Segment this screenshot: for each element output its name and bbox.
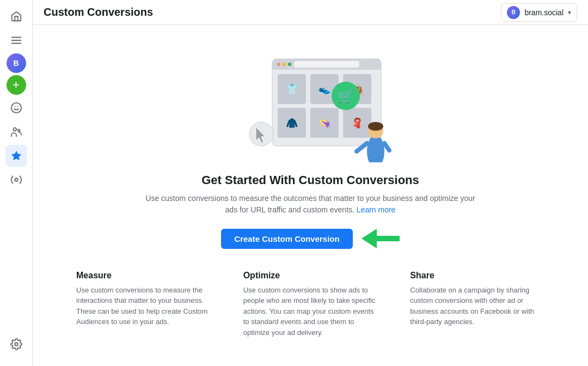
- svg-rect-43: [377, 236, 400, 241]
- svg-point-14: [277, 63, 280, 66]
- account-initials: B: [512, 9, 516, 15]
- sidebar-item-menu[interactable]: [5, 29, 27, 51]
- sidebar-item-emoji[interactable]: [5, 97, 27, 119]
- sidebar-item-home[interactable]: [5, 5, 27, 27]
- header-right: B bram.social ▾: [501, 3, 577, 22]
- svg-text:🧥: 🧥: [286, 117, 298, 129]
- green-arrow-icon: [362, 229, 400, 248]
- get-started-description: Use custom conversions to measure the ou…: [142, 193, 479, 216]
- chevron-down-icon: ▾: [568, 9, 571, 16]
- button-area: Create Custom Conversion: [221, 229, 399, 249]
- feature-measure-title: Measure: [76, 271, 211, 280]
- svg-point-15: [283, 63, 286, 66]
- feature-optimize: Optimize Use custom conversions to show …: [243, 271, 378, 338]
- svg-line-36: [384, 143, 389, 150]
- learn-more-link[interactable]: Learn more: [357, 205, 396, 214]
- svg-point-7: [17, 129, 20, 131]
- feature-share: Share Collaborate on a campaign by shari…: [410, 271, 544, 338]
- svg-text:🛒: 🛒: [338, 88, 354, 104]
- get-started-title: Get Started With Custom Conversions: [201, 173, 419, 187]
- svg-text:👟: 👟: [318, 83, 331, 95]
- account-name: bram.social: [524, 8, 564, 17]
- header: Custom Conversions B bram.social ▾: [33, 0, 588, 25]
- page-title: Custom Conversions: [44, 6, 153, 19]
- svg-point-16: [288, 63, 291, 66]
- sidebar-item-avatar[interactable]: B: [7, 53, 26, 73]
- illustration: 👕 👟 👜 🧥 👒 🧣 🛒: [229, 53, 392, 162]
- main-content: Custom Conversions B bram.social ▾: [33, 0, 588, 366]
- add-icon: +: [13, 78, 20, 92]
- svg-point-9: [15, 178, 18, 181]
- sidebar-item-settings[interactable]: [5, 333, 27, 355]
- feature-optimize-title: Optimize: [243, 271, 378, 280]
- page-content: 👕 👟 👜 🧥 👒 🧣 🛒: [33, 25, 588, 366]
- sidebar-item-conversions[interactable]: [5, 145, 27, 167]
- svg-marker-8: [11, 151, 21, 160]
- avatar: B: [7, 53, 26, 73]
- create-custom-conversion-button[interactable]: Create Custom Conversion: [221, 229, 352, 249]
- svg-point-3: [11, 103, 21, 113]
- svg-point-10: [15, 343, 18, 346]
- svg-rect-17: [294, 61, 359, 68]
- svg-marker-44: [362, 229, 377, 248]
- svg-point-34: [368, 122, 383, 131]
- arrow-indicator: [362, 229, 400, 248]
- feature-measure-desc: Use custom conversions to measure the in…: [76, 285, 211, 327]
- svg-text:👕: 👕: [286, 83, 298, 95]
- sidebar-item-add[interactable]: +: [7, 75, 26, 95]
- sidebar-item-tools[interactable]: [5, 169, 27, 191]
- feature-measure: Measure Use custom conversions to measur…: [76, 271, 211, 338]
- svg-text:👒: 👒: [318, 117, 331, 129]
- account-avatar: B: [507, 6, 520, 19]
- account-selector[interactable]: B bram.social ▾: [501, 3, 577, 22]
- sidebar-item-audiences[interactable]: [5, 121, 27, 143]
- description-text: Use custom conversions to measure the ou…: [145, 194, 475, 214]
- sidebar: B +: [0, 0, 33, 366]
- features-row: Measure Use custom conversions to measur…: [65, 271, 555, 338]
- sidebar-bottom: [5, 333, 27, 361]
- feature-share-desc: Collaborate on a campaign by sharing cus…: [410, 285, 544, 327]
- feature-optimize-desc: Use custom conversions to show ads to pe…: [243, 285, 378, 338]
- svg-text:🧣: 🧣: [351, 117, 364, 129]
- svg-point-6: [13, 128, 16, 131]
- feature-share-title: Share: [410, 271, 544, 280]
